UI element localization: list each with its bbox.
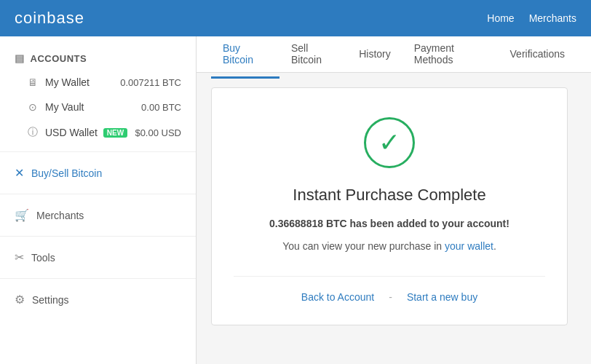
merchants-item[interactable]: 🛒 Merchants	[0, 200, 196, 230]
tabs-bar: Buy Bitcoin Sell Bitcoin History Payment…	[197, 36, 591, 73]
start-new-buy-link[interactable]: Start a new buy	[407, 291, 477, 303]
tab-verifications[interactable]: Verifications	[499, 37, 576, 73]
success-divider	[234, 276, 545, 277]
success-actions: Back to Account - Start a new buy	[234, 291, 545, 303]
sidebar-divider-3	[0, 236, 196, 237]
my-wallet-item[interactable]: 🖥 My Wallet 0.007211 BTC	[0, 70, 196, 95]
your-wallet-link[interactable]: your wallet	[445, 240, 493, 252]
tools-icon: ✂	[15, 250, 24, 264]
merchants-icon: 🛒	[15, 208, 29, 222]
my-vault-label: My Vault	[45, 101, 84, 113]
success-card: ✓ Instant Purchase Complete 0.36688818 B…	[211, 87, 568, 325]
success-message: 0.36688818 BTC has been added to your ac…	[234, 216, 545, 232]
success-icon-circle: ✓	[364, 117, 415, 168]
tab-buy-bitcoin[interactable]: Buy Bitcoin	[211, 36, 279, 79]
folder-icon: ▤	[15, 52, 25, 64]
sidebar: ▤ Accounts 🖥 My Wallet 0.007211 BTC ⊙ My…	[0, 36, 197, 364]
my-wallet-label: My Wallet	[45, 76, 90, 88]
buy-sell-icon: ✕	[15, 166, 24, 180]
accounts-label: Accounts	[31, 53, 87, 64]
wallet-icon: 🖥	[26, 76, 39, 88]
success-sub-text: You can view your new purchase in	[282, 240, 445, 252]
success-sub: You can view your new purchase in your w…	[234, 239, 545, 254]
buy-sell-bitcoin-item[interactable]: ✕ Buy/Sell Bitcoin	[0, 158, 196, 188]
sidebar-divider-1	[0, 151, 196, 152]
usd-wallet-left: ⓘ USD Wallet NEW	[26, 126, 127, 139]
merchants-label: Merchants	[36, 210, 84, 221]
action-separator: -	[389, 291, 392, 303]
settings-label: Settings	[32, 294, 69, 306]
body: ▤ Accounts 🖥 My Wallet 0.007211 BTC ⊙ My…	[0, 36, 591, 364]
settings-icon: ⚙	[15, 293, 25, 306]
checkmark-icon: ✓	[378, 130, 400, 156]
header-nav: Home Merchants	[487, 12, 576, 24]
my-vault-item[interactable]: ⊙ My Vault 0.00 BTC	[0, 95, 196, 119]
settings-item[interactable]: ⚙ Settings	[0, 285, 196, 314]
tab-payment-methods[interactable]: Payment Methods	[402, 36, 499, 79]
my-wallet-balance: 0.007211 BTC	[120, 77, 181, 88]
header: coinbase Home Merchants	[0, 0, 591, 36]
vault-icon: ⊙	[26, 101, 39, 113]
nav-merchants[interactable]: Merchants	[529, 12, 576, 24]
content-area: ✓ Instant Purchase Complete 0.36688818 B…	[197, 73, 591, 340]
usd-wallet-label: USD Wallet	[45, 127, 98, 138]
my-wallet-left: 🖥 My Wallet	[26, 76, 90, 88]
accounts-section: ▤ Accounts	[0, 44, 196, 70]
tab-history[interactable]: History	[347, 37, 402, 73]
sidebar-divider-4	[0, 278, 196, 279]
tab-sell-bitcoin[interactable]: Sell Bitcoin	[279, 36, 347, 79]
nav-home[interactable]: Home	[487, 12, 514, 24]
my-vault-left: ⊙ My Vault	[26, 101, 84, 113]
tools-label: Tools	[31, 252, 55, 264]
usd-icon: ⓘ	[26, 126, 39, 139]
usd-wallet-badge: NEW	[103, 128, 127, 138]
tools-item[interactable]: ✂ Tools	[0, 242, 196, 272]
success-sub-end: .	[493, 240, 496, 252]
sidebar-divider-2	[0, 194, 196, 194]
back-to-account-link[interactable]: Back to Account	[301, 291, 374, 303]
logo: coinbase	[15, 9, 84, 28]
main-content: Buy Bitcoin Sell Bitcoin History Payment…	[197, 36, 591, 364]
success-title: Instant Purchase Complete	[234, 186, 545, 205]
my-vault-balance: 0.00 BTC	[141, 102, 181, 113]
buy-sell-label: Buy/Sell Bitcoin	[31, 167, 102, 179]
usd-wallet-balance: $0.00 USD	[135, 127, 181, 138]
usd-wallet-item[interactable]: ⓘ USD Wallet NEW $0.00 USD	[0, 119, 196, 146]
